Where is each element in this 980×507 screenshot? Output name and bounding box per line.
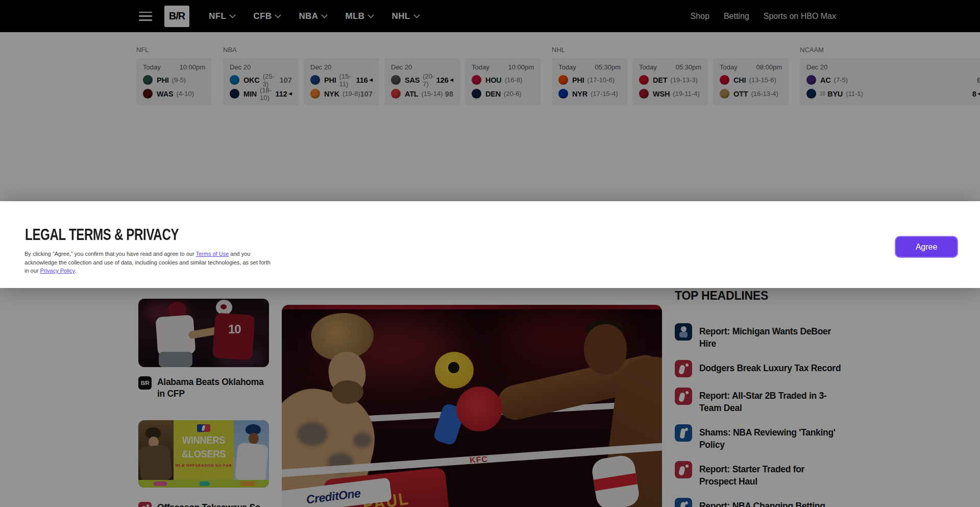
legal-consent-banner: LEGAL TERMS & PRIVACY By clicking “Agree… — [0, 201, 980, 288]
legal-title: LEGAL TERMS & PRIVACY — [25, 227, 179, 243]
agree-button[interactable]: Agree — [895, 236, 958, 258]
legal-text-part: By clicking “Agree,” you confirm that yo… — [24, 251, 195, 257]
legal-text-part: . — [75, 268, 76, 274]
privacy-policy-link[interactable]: Privacy Policy — [40, 268, 75, 274]
terms-of-use-link[interactable]: Terms of Use — [195, 251, 229, 257]
legal-text: By clicking “Agree,” you confirm that yo… — [24, 250, 273, 275]
